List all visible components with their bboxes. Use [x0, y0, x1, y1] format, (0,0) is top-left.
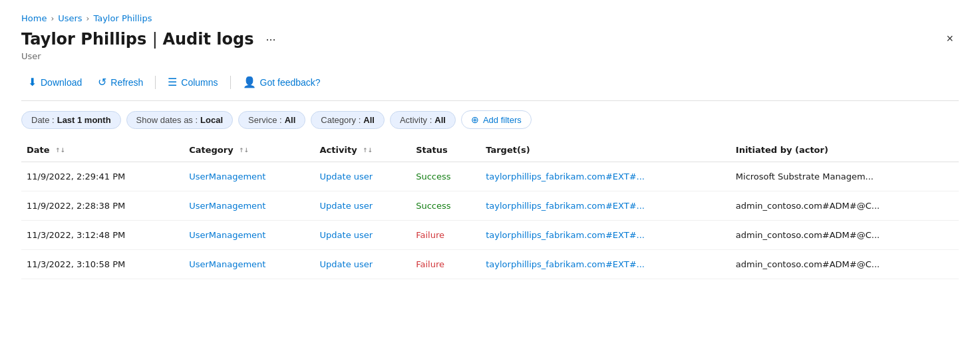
- breadcrumb-home[interactable]: Home: [21, 13, 47, 23]
- cell-status-0: Success: [410, 162, 480, 191]
- refresh-label: Refresh: [110, 77, 143, 88]
- audit-log-table: Date ↑↓ Category ↑↓ Activity ↑↓ Status: [21, 138, 959, 279]
- toolbar-divider-2: [230, 76, 231, 89]
- filter-category[interactable]: Category : All: [311, 111, 385, 129]
- cell-activity-2[interactable]: Update user: [315, 221, 411, 250]
- table-row[interactable]: 11/9/2022, 2:28:38 PM UserManagement Upd…: [21, 191, 959, 221]
- filter-date-key: Date :: [31, 115, 55, 125]
- filter-category-value: All: [363, 115, 375, 125]
- page-title: Taylor Phillips | Audit logs: [21, 30, 254, 49]
- cell-status-3: Failure: [410, 250, 480, 279]
- header-row: Taylor Phillips | Audit logs ··· ×: [21, 30, 959, 49]
- filter-service-key: Service :: [248, 115, 282, 125]
- user-type-label: User: [21, 51, 959, 61]
- filter-activity-key: Activity :: [400, 115, 432, 125]
- cell-status-2: Failure: [410, 221, 480, 250]
- refresh-icon: ↺: [98, 76, 106, 88]
- columns-button[interactable]: ☰ Columns: [161, 72, 224, 92]
- col-header-category[interactable]: Category ↑↓: [184, 138, 314, 162]
- activity-sort-icon: ↑↓: [363, 148, 373, 154]
- col-header-date[interactable]: Date ↑↓: [21, 138, 184, 162]
- filter-show-dates-key: Show dates as :: [136, 115, 198, 125]
- download-icon: ⬇: [28, 76, 37, 88]
- table-container: Date ↑↓ Category ↑↓ Activity ↑↓ Status: [21, 138, 959, 279]
- add-filters-label: Add filters: [483, 115, 522, 125]
- cell-target-1[interactable]: taylorphillips_fabrikam.com#EXT#...: [480, 191, 731, 221]
- close-button[interactable]: ×: [941, 30, 959, 47]
- cell-date-0: 11/9/2022, 2:29:41 PM: [21, 162, 184, 191]
- feedback-label: Got feedback?: [260, 77, 321, 88]
- add-filters-icon: ⊕: [471, 114, 479, 125]
- cell-category-3[interactable]: UserManagement: [184, 250, 314, 279]
- table-row[interactable]: 11/9/2022, 2:29:41 PM UserManagement Upd…: [21, 162, 959, 191]
- cell-date-3: 11/3/2022, 3:10:58 PM: [21, 250, 184, 279]
- ellipsis-button[interactable]: ···: [262, 31, 280, 48]
- filters-row: Date : Last 1 month Show dates as : Loca…: [21, 101, 959, 138]
- cell-category-2[interactable]: UserManagement: [184, 221, 314, 250]
- filter-show-dates[interactable]: Show dates as : Local: [126, 111, 233, 129]
- cell-activity-1[interactable]: Update user: [315, 191, 411, 221]
- feedback-icon: 👤: [243, 76, 256, 88]
- col-header-activity[interactable]: Activity ↑↓: [315, 138, 411, 162]
- breadcrumb-users[interactable]: Users: [58, 13, 82, 23]
- cell-actor-3: admin_contoso.com#ADM#@C...: [731, 250, 959, 279]
- filter-date[interactable]: Date : Last 1 month: [21, 111, 121, 129]
- filter-category-key: Category :: [321, 115, 361, 125]
- cell-actor-2: admin_contoso.com#ADM#@C...: [731, 221, 959, 250]
- date-sort-icon: ↑↓: [55, 148, 65, 154]
- download-button[interactable]: ⬇ Download: [21, 72, 88, 92]
- toolbar: ⬇ Download ↺ Refresh ☰ Columns 👤 Got fee…: [21, 72, 959, 101]
- filter-service-value: All: [285, 115, 296, 125]
- page-title-section: Audit logs: [162, 30, 253, 49]
- table-row[interactable]: 11/3/2022, 3:10:58 PM UserManagement Upd…: [21, 250, 959, 279]
- refresh-button[interactable]: ↺ Refresh: [91, 72, 150, 92]
- cell-activity-3[interactable]: Update user: [315, 250, 411, 279]
- filter-show-dates-value: Local: [200, 115, 223, 125]
- page-title-name: Taylor Phillips: [21, 30, 146, 49]
- filter-activity-value: All: [434, 115, 446, 125]
- category-sort-icon: ↑↓: [239, 148, 249, 154]
- col-header-actor: Initiated by (actor): [731, 138, 959, 162]
- col-header-status: Status: [410, 138, 480, 162]
- cell-status-1: Success: [410, 191, 480, 221]
- breadcrumb: Home › Users › Taylor Phillips: [21, 13, 959, 23]
- cell-date-2: 11/3/2022, 3:12:48 PM: [21, 221, 184, 250]
- columns-icon: ☰: [168, 76, 177, 88]
- title-area: Taylor Phillips | Audit logs ···: [21, 30, 280, 49]
- table-header-row: Date ↑↓ Category ↑↓ Activity ↑↓ Status: [21, 138, 959, 162]
- breadcrumb-sep-2: ›: [86, 14, 90, 23]
- breadcrumb-taylor[interactable]: Taylor Phillips: [93, 13, 152, 23]
- cell-actor-1: admin_contoso.com#ADM#@C...: [731, 191, 959, 221]
- cell-target-2[interactable]: taylorphillips_fabrikam.com#EXT#...: [480, 221, 731, 250]
- cell-activity-0[interactable]: Update user: [315, 162, 411, 191]
- table-body: 11/9/2022, 2:29:41 PM UserManagement Upd…: [21, 162, 959, 279]
- filter-date-value: Last 1 month: [57, 115, 111, 125]
- cell-category-1[interactable]: UserManagement: [184, 191, 314, 221]
- filter-service[interactable]: Service : All: [238, 111, 305, 129]
- cell-category-0[interactable]: UserManagement: [184, 162, 314, 191]
- cell-date-1: 11/9/2022, 2:28:38 PM: [21, 191, 184, 221]
- add-filters-button[interactable]: ⊕ Add filters: [461, 110, 532, 129]
- cell-actor-0: Microsoft Substrate Managem...: [731, 162, 959, 191]
- title-separator: |: [152, 30, 163, 49]
- cell-target-3[interactable]: taylorphillips_fabrikam.com#EXT#...: [480, 250, 731, 279]
- cell-target-0[interactable]: taylorphillips_fabrikam.com#EXT#...: [480, 162, 731, 191]
- filter-activity[interactable]: Activity : All: [390, 111, 456, 129]
- breadcrumb-sep-1: ›: [51, 14, 54, 23]
- toolbar-divider-1: [155, 76, 156, 89]
- col-header-targets: Target(s): [480, 138, 731, 162]
- table-head: Date ↑↓ Category ↑↓ Activity ↑↓ Status: [21, 138, 959, 162]
- feedback-button[interactable]: 👤 Got feedback?: [236, 72, 327, 92]
- columns-label: Columns: [181, 77, 218, 88]
- download-label: Download: [41, 77, 82, 88]
- table-row[interactable]: 11/3/2022, 3:12:48 PM UserManagement Upd…: [21, 221, 959, 250]
